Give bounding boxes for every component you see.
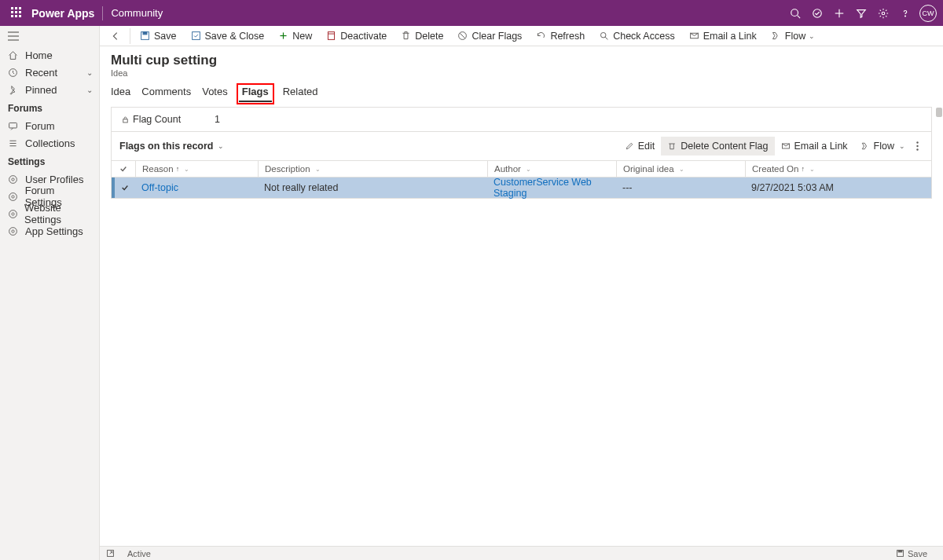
nav-label: App Settings bbox=[25, 225, 83, 237]
subgrid-email-link-button[interactable]: Email a Link bbox=[775, 137, 854, 156]
col-original-idea[interactable]: Original idea⌄ bbox=[616, 161, 745, 177]
table-row[interactable]: Off-topic Not really related CustomerSer… bbox=[112, 178, 931, 198]
user-avatar[interactable]: CW bbox=[919, 5, 937, 22]
status-save-button[interactable]: Save bbox=[896, 549, 927, 558]
svg-point-28 bbox=[12, 212, 14, 214]
svg-point-46 bbox=[916, 141, 918, 143]
svg-rect-5 bbox=[19, 11, 21, 13]
subgrid-flow-button[interactable]: Flow⌄ bbox=[854, 137, 912, 156]
nav-home[interactable]: Home bbox=[0, 46, 99, 64]
svg-rect-44 bbox=[123, 119, 128, 122]
nav-app-settings[interactable]: App Settings bbox=[0, 222, 99, 240]
col-created-on[interactable]: Created On↑⌄ bbox=[745, 161, 931, 177]
help-icon[interactable] bbox=[894, 0, 916, 26]
svg-point-25 bbox=[9, 175, 17, 183]
assistant-icon[interactable] bbox=[806, 0, 828, 26]
tab-comments[interactable]: Comments bbox=[141, 86, 191, 102]
subgrid-more-button[interactable] bbox=[912, 141, 923, 151]
form-tabs: Idea Comments Votes Flags Related bbox=[100, 81, 943, 102]
nav-collections[interactable]: Collections bbox=[0, 134, 99, 152]
check-access-button[interactable]: Check Access bbox=[593, 26, 681, 46]
back-button[interactable] bbox=[105, 31, 127, 42]
app-topbar: Power Apps Community CW bbox=[0, 0, 943, 26]
tab-votes[interactable]: Votes bbox=[202, 86, 228, 102]
svg-point-11 bbox=[813, 9, 822, 17]
tab-related[interactable]: Related bbox=[283, 86, 318, 102]
app-launcher-icon[interactable] bbox=[11, 7, 24, 20]
status-bar: Active Save bbox=[100, 546, 943, 560]
lock-icon bbox=[121, 115, 130, 124]
svg-rect-2 bbox=[19, 7, 21, 9]
refresh-button[interactable]: Refresh bbox=[530, 26, 591, 46]
cell-reason[interactable]: Off-topic bbox=[135, 182, 258, 193]
save-button[interactable]: Save bbox=[134, 26, 183, 46]
email-link-button[interactable]: Email a Link bbox=[683, 26, 763, 46]
deactivate-button[interactable]: Deactivate bbox=[320, 26, 393, 46]
status-popout[interactable] bbox=[106, 549, 118, 558]
nav-recent[interactable]: Recent ⌄ bbox=[0, 64, 99, 81]
add-icon[interactable] bbox=[828, 0, 850, 26]
col-select-all[interactable] bbox=[112, 161, 135, 177]
page-title: Multi cup setting bbox=[111, 53, 943, 68]
nav-website-settings[interactable]: Website Settings bbox=[0, 205, 99, 222]
svg-point-30 bbox=[12, 229, 14, 232]
svg-line-42 bbox=[605, 37, 607, 39]
svg-rect-1 bbox=[15, 7, 17, 9]
tab-idea[interactable]: Idea bbox=[111, 86, 130, 102]
subgrid-edit-button[interactable]: Edit bbox=[618, 137, 662, 156]
subgrid-title[interactable]: Flags on this record bbox=[119, 141, 213, 152]
list-icon bbox=[8, 138, 19, 148]
svg-line-10 bbox=[798, 15, 801, 18]
svg-rect-20 bbox=[9, 123, 17, 128]
gear-icon bbox=[8, 174, 19, 185]
svg-rect-34 bbox=[192, 32, 200, 40]
subgrid-header: Flags on this record ⌄ Edit Delete Conte… bbox=[112, 132, 931, 160]
main-area: Save Save & Close New Deactivate Delete … bbox=[100, 26, 943, 560]
svg-rect-37 bbox=[328, 32, 335, 40]
svg-point-9 bbox=[791, 9, 798, 16]
cell-author[interactable]: CustomerService Web Staging bbox=[487, 177, 616, 199]
scrollbar[interactable] bbox=[936, 108, 942, 117]
grid-header-row: Reason↑⌄ Description⌄ Author⌄ Original i… bbox=[112, 160, 931, 178]
nav-forum[interactable]: Forum bbox=[0, 117, 99, 134]
left-nav: Home Recent ⌄ Pinned ⌄ Forums Forum Coll… bbox=[0, 26, 100, 560]
svg-point-26 bbox=[12, 195, 14, 197]
row-checkbox[interactable] bbox=[115, 184, 135, 192]
flow-button[interactable]: Flow⌄ bbox=[765, 26, 821, 46]
svg-rect-4 bbox=[15, 11, 17, 13]
field-label: Flag Count bbox=[133, 114, 211, 125]
nav-pinned[interactable]: Pinned ⌄ bbox=[0, 81, 99, 98]
page-entity: Idea bbox=[111, 68, 943, 78]
new-button[interactable]: New bbox=[272, 26, 318, 46]
settings-icon[interactable] bbox=[872, 0, 894, 26]
filter-icon[interactable] bbox=[850, 0, 872, 26]
content-card: Flag Count 1 Flags on this record ⌄ Edit… bbox=[111, 107, 932, 199]
nav-label: User Profiles bbox=[25, 174, 83, 185]
nav-label: Pinned bbox=[25, 84, 57, 96]
save-close-button[interactable]: Save & Close bbox=[185, 26, 271, 46]
col-description[interactable]: Description⌄ bbox=[258, 161, 487, 177]
svg-point-27 bbox=[9, 192, 17, 200]
svg-rect-6 bbox=[11, 15, 13, 17]
svg-point-29 bbox=[9, 210, 17, 218]
col-reason[interactable]: Reason↑⌄ bbox=[135, 161, 258, 177]
chevron-down-icon[interactable]: ⌄ bbox=[218, 142, 224, 150]
chevron-down-icon: ⌄ bbox=[86, 68, 93, 77]
svg-rect-0 bbox=[11, 7, 13, 9]
svg-point-48 bbox=[916, 148, 918, 150]
svg-point-14 bbox=[882, 12, 885, 15]
col-author[interactable]: Author⌄ bbox=[487, 161, 616, 177]
cell-original: --- bbox=[616, 182, 745, 193]
clear-flags-button[interactable]: Clear Flags bbox=[451, 26, 528, 46]
topbar-divider bbox=[102, 6, 103, 20]
svg-rect-8 bbox=[19, 15, 21, 17]
nav-section-settings: Settings bbox=[0, 152, 99, 170]
area-label[interactable]: Community bbox=[111, 7, 163, 19]
gear-icon bbox=[8, 192, 19, 202]
search-icon[interactable] bbox=[784, 0, 806, 26]
nav-collapse-button[interactable] bbox=[0, 26, 99, 46]
delete-button[interactable]: Delete bbox=[394, 26, 449, 46]
home-icon bbox=[8, 50, 19, 60]
tab-flags[interactable]: Flags bbox=[239, 86, 272, 102]
subgrid-delete-flag-button[interactable]: Delete Content Flag bbox=[661, 137, 774, 156]
